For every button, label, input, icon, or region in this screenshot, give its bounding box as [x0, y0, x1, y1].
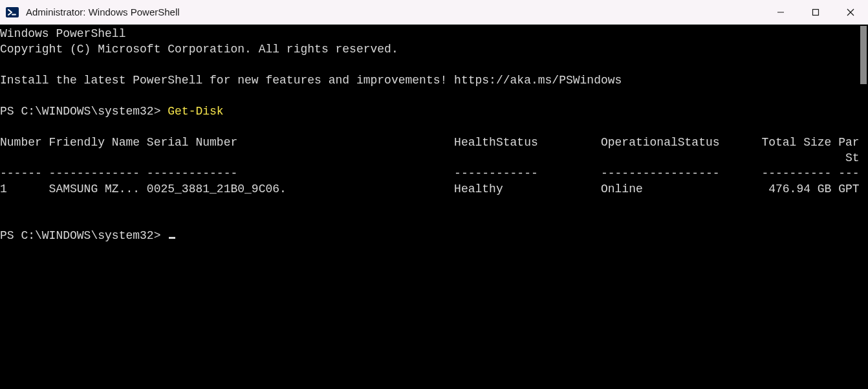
- maximize-button[interactable]: [798, 0, 833, 24]
- terminal-cursor: [169, 237, 175, 239]
- prompt-prefix: PS C:\WINDOWS\system32>: [0, 105, 168, 118]
- window-title: Administrator: Windows PowerShell: [26, 6, 763, 17]
- table-header: Number Friendly Name Serial Number Healt…: [0, 136, 859, 149]
- table-row: 1 SAMSUNG MZ... 0025_3881_21B0_9C06. Hea…: [0, 183, 859, 195]
- command-text: Get-Disk: [168, 105, 223, 118]
- svg-rect-3: [813, 9, 819, 15]
- terminal-output: Windows PowerShell Copyright (C) Microso…: [0, 25, 859, 389]
- close-button[interactable]: [833, 0, 868, 24]
- table-header: Style: [0, 151, 859, 164]
- minimize-button[interactable]: [763, 0, 798, 24]
- table-divider: ------ ------------- ------------- -----…: [0, 167, 859, 180]
- vertical-scrollbar[interactable]: [859, 25, 868, 389]
- scrollbar-thumb[interactable]: [860, 26, 867, 84]
- banner-line: Windows PowerShell: [0, 27, 125, 40]
- install-message: Install the latest PowerShell for new fe…: [0, 74, 622, 87]
- window-controls: [763, 0, 868, 24]
- terminal-area[interactable]: Windows PowerShell Copyright (C) Microso…: [0, 25, 868, 389]
- powershell-icon: [5, 5, 19, 19]
- banner-line: Copyright (C) Microsoft Corporation. All…: [0, 43, 398, 56]
- prompt-prefix: PS C:\WINDOWS\system32>: [0, 229, 168, 242]
- window-titlebar: Administrator: Windows PowerShell: [0, 0, 868, 25]
